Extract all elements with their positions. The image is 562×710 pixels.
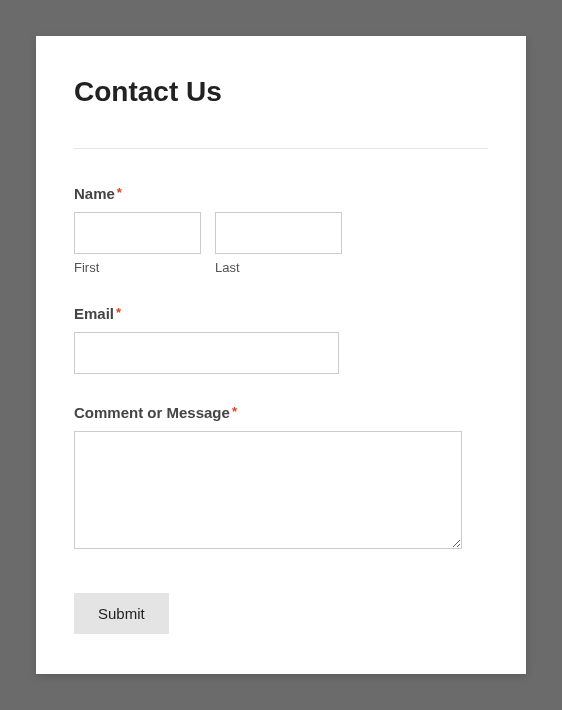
message-label-text: Comment or Message	[74, 404, 230, 421]
first-name-input[interactable]	[74, 212, 201, 254]
name-row: First Last	[74, 212, 488, 275]
required-mark: *	[232, 404, 237, 419]
required-mark: *	[117, 185, 122, 200]
divider	[74, 148, 488, 149]
email-field-group: Email*	[74, 305, 488, 374]
message-field-group: Comment or Message*	[74, 404, 488, 553]
name-label: Name*	[74, 185, 488, 202]
submit-button[interactable]: Submit	[74, 593, 169, 634]
email-label: Email*	[74, 305, 488, 322]
first-name-col: First	[74, 212, 201, 275]
last-name-input[interactable]	[215, 212, 342, 254]
page-title: Contact Us	[74, 76, 488, 108]
required-mark: *	[116, 305, 121, 320]
message-textarea[interactable]	[74, 431, 462, 549]
contact-form-container: Contact Us Name* First Last Email* Comme…	[36, 36, 526, 674]
name-label-text: Name	[74, 185, 115, 202]
message-label: Comment or Message*	[74, 404, 488, 421]
last-name-sublabel: Last	[215, 260, 342, 275]
name-field-group: Name* First Last	[74, 185, 488, 275]
email-input[interactable]	[74, 332, 339, 374]
first-name-sublabel: First	[74, 260, 201, 275]
last-name-col: Last	[215, 212, 342, 275]
email-label-text: Email	[74, 305, 114, 322]
